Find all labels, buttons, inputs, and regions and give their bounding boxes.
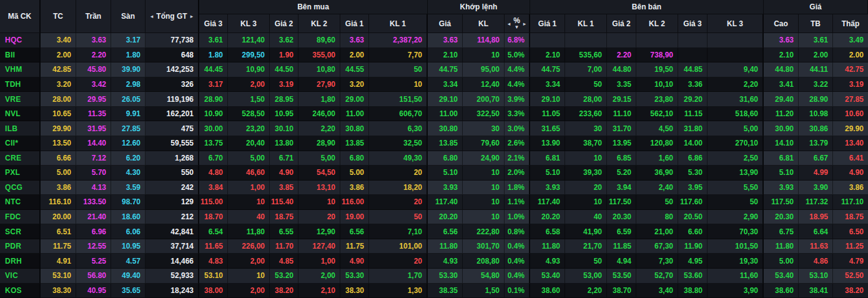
col-header-sell-gia1[interactable]: Giá 1	[530, 14, 565, 33]
col-header-sell-kl3[interactable]: KL 3	[708, 14, 764, 33]
scroll-left-icon[interactable]: ◂	[147, 13, 157, 19]
cell-code: KOS	[0, 284, 41, 298]
table-row-vic[interactable]: VIC53.1056.8049.4052,93353.101053.202,00…	[0, 269, 868, 284]
cell-san: 6.20	[111, 151, 145, 166]
cell-buy-gia1: 29.00	[340, 92, 369, 107]
col-header-tran[interactable]: Trần	[76, 0, 111, 33]
cell-tc: 28.00	[41, 92, 76, 107]
cell-tb: 44.11	[799, 62, 833, 77]
cell-code: PDR	[0, 239, 41, 254]
cell-tong: 648	[145, 48, 199, 63]
table-row-nvl[interactable]: NVL10.6511.359.91162,20110.90528,5010.95…	[0, 107, 868, 122]
col-header-tong-gt[interactable]: ◂ Tổng GT ▸	[145, 0, 199, 33]
col-header-buy-gia2[interactable]: Giá 2	[270, 14, 298, 33]
table-row-vhm[interactable]: VHM42.8545.8039.90142,25344.4510,9044.50…	[0, 62, 868, 77]
cell-san: 26.05	[111, 92, 145, 107]
col-header-match-gia[interactable]: Giá	[428, 14, 463, 33]
cell-tc: 42.85	[41, 62, 76, 77]
cell-sell-kl2: 80	[636, 210, 678, 225]
col-header-buy-kl1[interactable]: KL 1	[369, 14, 428, 33]
col-header-buy-kl2[interactable]: KL 2	[298, 14, 340, 33]
col-header-sell-gia3[interactable]: Giá 3	[678, 14, 708, 33]
cell-sell-kl1: 21,70	[565, 239, 607, 254]
table-row-vre[interactable]: VRE28.0029.9526.05119,19628.901,5028.951…	[0, 92, 868, 107]
col-header-sell-kl2[interactable]: KL 2	[636, 14, 678, 33]
cell-buy-gia2: 1.90	[270, 48, 298, 63]
col-header-match-pct[interactable]: ◂ % ▼ ▸	[505, 14, 530, 33]
scroll-right-icon[interactable]: ▸	[187, 13, 197, 19]
cell-buy-gia3: 11.65	[199, 239, 228, 254]
cell-match-kl: 200,70	[463, 92, 505, 107]
col-header-match-kl[interactable]: KL	[463, 14, 505, 33]
table-row-scr[interactable]: SCR6.516.966.0642,8416.5411,806.5512,906…	[0, 224, 868, 239]
cell-match-gia: 20.20	[428, 210, 463, 225]
cell-sell-gia2	[607, 33, 636, 48]
cell-sell-kl1: 38,70	[565, 136, 607, 151]
cell-sell-gia1: 11.80	[530, 239, 565, 254]
col-header-buy-kl3[interactable]: KL 3	[228, 14, 270, 33]
col-header-san[interactable]: Sàn	[111, 0, 145, 33]
group-header-ben-mua: Bên mua	[199, 0, 428, 14]
cell-code: NTC	[0, 195, 41, 210]
table-row-ilb[interactable]: ILB29.9031.9527.8547530.0023,2030.102,20…	[0, 121, 868, 136]
col-header-tb[interactable]: TB	[799, 14, 833, 33]
table-row-cre[interactable]: CRE6.667.126.201,2686.705,006.715,006.80…	[0, 151, 868, 166]
cell-tran: 56.80	[76, 269, 111, 284]
col-header-sell-kl1[interactable]: KL 1	[565, 14, 607, 33]
cell-sell-gia2: 20.30	[607, 210, 636, 225]
cell-sell-kl1: 41,90	[565, 224, 607, 239]
cell-sell-kl1: 535,60	[565, 48, 607, 63]
col-header-ma-ck[interactable]: Mã CK	[0, 0, 41, 33]
cell-sell-gia3	[678, 48, 708, 63]
cell-tc: 6.66	[41, 151, 76, 166]
cell-buy-gia1: 6.80	[340, 151, 369, 166]
cell-tong: 119,196	[145, 92, 199, 107]
table-row-tdh[interactable]: TDH3.203.422.983263.172,003.1927,903.201…	[0, 77, 868, 92]
cell-code: VIC	[0, 269, 41, 284]
table-row-pxl[interactable]: PXL5.005.704.305504.8046,604.9054,505.00…	[0, 166, 868, 181]
cell-buy-kl3: 11,80	[228, 224, 270, 239]
cell-san: 98.70	[111, 195, 145, 210]
cell-sell-gia3: 6.60	[678, 224, 708, 239]
cell-sell-gia2: 5.20	[607, 166, 636, 181]
table-row-qcg[interactable]: QCG3.864.133.592423.841,003.8513,103.861…	[0, 181, 868, 196]
cell-tran: 31.95	[76, 121, 111, 136]
cell-buy-kl3: 121,40	[228, 33, 270, 48]
cell-match-kl: 222,80	[463, 224, 505, 239]
col-header-thap[interactable]: Thấp	[833, 14, 868, 33]
scroll-right-icon[interactable]: ▸	[520, 21, 530, 27]
table-row-bii[interactable]: BII2.002.201.806481.80299,501.90355,002.…	[0, 48, 868, 63]
cell-sell-kl1: 10	[565, 151, 607, 166]
cell-match-kl: 208,80	[463, 254, 505, 269]
cell-match-pct: 4.4%	[505, 62, 530, 77]
cell-sell-gia1: 29.10	[530, 92, 565, 107]
table-row-pdr[interactable]: PDR11.7512.5510.9537,71411.65226,0011.70…	[0, 239, 868, 254]
cell-buy-gia2: 3.62	[270, 33, 298, 48]
cell-match-kl: 322,50	[463, 107, 505, 122]
cell-tran: 7.12	[76, 151, 111, 166]
table-row-kos[interactable]: KOS38.3040.9535.6518,24338.002,0038.202,…	[0, 284, 868, 298]
col-header-sell-gia2[interactable]: Giá 2	[607, 14, 636, 33]
cell-sell-gia1	[530, 33, 565, 48]
table-row-cii[interactable]: CII*13.5014.4012.6059,55513.7520,4013.80…	[0, 136, 868, 151]
table-row-hqc[interactable]: HQC3.403.633.1777,7383.61121,403.6289,60…	[0, 33, 868, 48]
scroll-left-icon[interactable]: ◂	[505, 21, 514, 27]
col-header-buy-gia3[interactable]: Giá 3	[199, 14, 228, 33]
table-row-drh[interactable]: DRH4.915.254.5714,4664.832,004.851,004.9…	[0, 254, 868, 269]
cell-match-kl: 10	[463, 166, 505, 181]
col-header-cao[interactable]: Cao	[764, 14, 799, 33]
cell-tran: 2.20	[76, 48, 111, 63]
cell-code: BII	[0, 48, 41, 63]
cell-buy-kl3: 226,00	[228, 239, 270, 254]
cell-tb: 6.67	[799, 151, 833, 166]
cell-tran: 3.63	[76, 33, 111, 48]
cell-tong: 14,466	[145, 254, 199, 269]
table-row-fdc[interactable]: FDC20.0021.4018.6021218.704018.752019.00…	[0, 210, 868, 225]
col-header-tc[interactable]: TC	[41, 0, 76, 33]
cell-match-gia: 117.40	[428, 195, 463, 210]
cell-buy-gia3: 53.10	[199, 269, 228, 284]
cell-match-kl: 10	[463, 48, 505, 63]
col-header-buy-gia1[interactable]: Giá 1	[340, 14, 369, 33]
table-row-ntc[interactable]: NTC116.10133.5098.70129115.0010115.40101…	[0, 195, 868, 210]
cell-buy-gia3: 18.70	[199, 210, 228, 225]
